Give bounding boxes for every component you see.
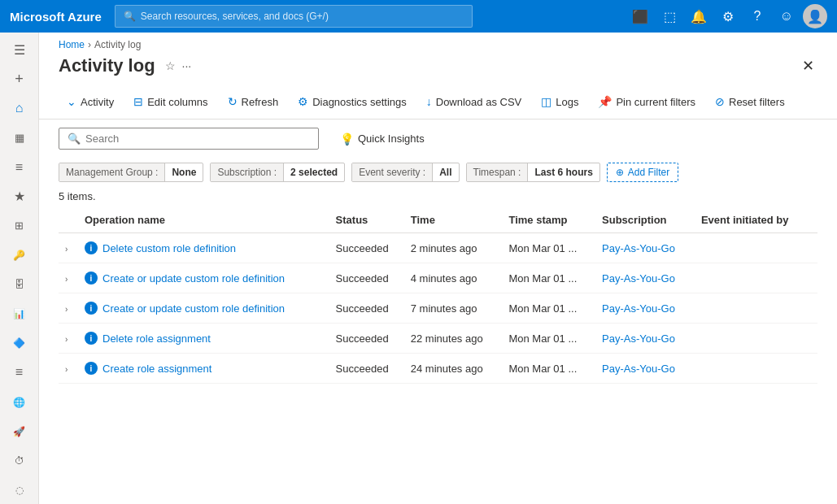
sidebar-item-deploy[interactable]: 🚀 <box>3 418 36 445</box>
row-initiated-by <box>701 354 817 384</box>
sidebar-item-misc[interactable]: ◌ <box>3 476 36 504</box>
edit-columns-button[interactable]: ⊟ Edit columns <box>125 91 216 112</box>
sidebar-item-subscriptions[interactable]: 🔑 <box>3 241 36 269</box>
operation-link[interactable]: Create or update custom role definition <box>102 302 285 315</box>
brand-label: Microsoft Azure <box>10 10 102 24</box>
table-row: › i Create role assignment Succeeded 24 … <box>59 354 817 384</box>
global-search-placeholder: Search resources, services, and docs (G+… <box>141 11 329 22</box>
breadcrumb-current: Activity log <box>94 39 141 50</box>
notifications-icon[interactable]: 🔔 <box>686 3 712 29</box>
clock-icon: ⏱ <box>15 455 24 467</box>
sidebar-item-clock[interactable]: ⏱ <box>3 447 36 475</box>
row-time: 7 minutes ago <box>411 293 509 324</box>
diagnostics-button[interactable]: ⚙ Diagnostics settings <box>290 91 415 112</box>
col-timestamp: Time stamp <box>508 207 602 233</box>
pin-filters-button[interactable]: 📌 Pin current filters <box>590 91 704 112</box>
directory-icon[interactable]: ⬚ <box>656 3 682 29</box>
row-expand-cell[interactable]: › <box>59 354 85 384</box>
sidebar-item-list[interactable]: ≡ <box>3 358 36 386</box>
main-content: Home › Activity log Activity log ☆ ··· ✕… <box>39 33 837 504</box>
activity-button[interactable]: ⌄ Activity <box>59 91 122 112</box>
row-initiated-by <box>701 293 817 324</box>
info-icon: i <box>85 272 98 285</box>
row-timestamp: Mon Mar 01 ... <box>508 263 602 293</box>
row-operation-name: i Create or update custom role definitio… <box>85 263 336 293</box>
filter-management-group[interactable]: Management Group : None <box>59 163 203 182</box>
row-operation-name: i Delete role assignment <box>85 324 336 354</box>
row-subscription[interactable]: Pay-As-You-Go <box>602 324 701 354</box>
quick-insights-label: Quick Insights <box>358 133 425 145</box>
search-icon: 🔍 <box>68 133 81 145</box>
user-avatar[interactable]: 👤 <box>803 4 827 28</box>
sidebar-item-monitor[interactable]: 📊 <box>3 300 36 328</box>
grid-icon: ⊞ <box>15 219 24 232</box>
allservices-icon: ≡ <box>15 160 23 175</box>
pin-icon[interactable]: ☆ <box>165 59 176 72</box>
diagnostics-icon: ⚙ <box>298 95 308 108</box>
sidebar-item-create[interactable]: + <box>3 65 36 93</box>
operation-link[interactable]: Delete custom role definition <box>102 242 236 254</box>
sidebar-item-network[interactable]: 🌐 <box>3 389 36 416</box>
filter-timespan[interactable]: Timespan : Last 6 hours <box>466 163 600 182</box>
breadcrumb-home[interactable]: Home <box>59 39 85 50</box>
sidebar-expand[interactable]: ☰ <box>3 36 36 63</box>
filter-management-group-label: Management Group : <box>59 163 165 181</box>
settings-icon[interactable]: ⚙ <box>715 3 741 29</box>
row-expand-icon[interactable]: › <box>65 275 72 284</box>
row-subscription[interactable]: Pay-As-You-Go <box>602 263 701 293</box>
help-icon[interactable]: ? <box>744 3 770 29</box>
cloud-shell-icon[interactable]: ⬛ <box>627 3 653 29</box>
row-expand-icon[interactable]: › <box>65 245 72 254</box>
row-expand-cell[interactable]: › <box>59 324 85 354</box>
quick-insights-button[interactable]: 💡 Quick Insights <box>332 128 433 150</box>
row-expand-cell[interactable]: › <box>59 233 85 263</box>
search-input[interactable] <box>85 133 310 145</box>
row-subscription[interactable]: Pay-As-You-Go <box>602 293 701 324</box>
operation-link[interactable]: Create or update custom role definition <box>102 272 285 285</box>
info-icon: i <box>85 362 98 375</box>
row-expand-cell[interactable]: › <box>59 293 85 324</box>
policy-icon: 🔷 <box>13 337 25 349</box>
operation-link[interactable]: Delete role assignment <box>102 332 211 345</box>
monitor-icon: 📊 <box>13 308 25 319</box>
row-expand-cell[interactable]: › <box>59 263 85 293</box>
search-input-wrap[interactable]: 🔍 <box>59 128 319 150</box>
refresh-button[interactable]: ↻ Refresh <box>220 91 287 112</box>
filter-subscription[interactable]: Subscription : 2 selected <box>210 163 345 182</box>
operation-link[interactable]: Create role assignment <box>102 363 211 375</box>
add-filter-button[interactable]: ⊕ Add Filter <box>607 163 678 182</box>
filter-event-severity[interactable]: Event severity : All <box>351 163 459 182</box>
row-status: Succeeded <box>336 293 411 324</box>
feedback-icon[interactable]: ☺ <box>774 3 800 29</box>
col-event-initiated-by: Event initiated by <box>701 207 817 233</box>
table-row: › i Delete role assignment Succeeded 22 … <box>59 324 817 354</box>
row-expand-icon[interactable]: › <box>65 335 72 344</box>
reset-filters-button[interactable]: ⊘ Reset filters <box>707 91 793 112</box>
search-icon: 🔍 <box>124 11 136 22</box>
row-subscription[interactable]: Pay-As-You-Go <box>602 354 701 384</box>
sidebar-item-home[interactable]: ⌂ <box>3 94 36 122</box>
star-icon: ★ <box>14 189 25 204</box>
download-csv-button[interactable]: ↓ Download as CSV <box>418 91 530 112</box>
sidebar-item-policy[interactable]: 🔷 <box>3 329 36 357</box>
toolbar: ⌄ Activity ⊟ Edit columns ↻ Refresh ⚙ Di… <box>39 85 837 119</box>
row-subscription[interactable]: Pay-As-You-Go <box>602 233 701 263</box>
logs-button[interactable]: ◫ Logs <box>533 91 586 112</box>
sidebar-item-sql[interactable]: 🗄 <box>3 271 36 298</box>
global-search[interactable]: 🔍 Search resources, services, and docs (… <box>115 5 473 28</box>
sidebar-item-dashboard[interactable]: ▦ <box>3 124 36 151</box>
row-timestamp: Mon Mar 01 ... <box>508 233 602 263</box>
breadcrumb: Home › Activity log <box>39 33 837 54</box>
row-expand-icon[interactable]: › <box>65 365 72 374</box>
sidebar-item-resources[interactable]: ⊞ <box>3 212 36 240</box>
reset-icon: ⊘ <box>715 95 725 108</box>
sidebar-item-allservices[interactable]: ≡ <box>3 154 36 181</box>
logs-label: Logs <box>556 96 578 108</box>
close-button[interactable]: ✕ <box>799 54 817 78</box>
sidebar-item-favorites[interactable]: ★ <box>3 183 36 211</box>
columns-icon: ⊟ <box>133 95 143 108</box>
row-time: 24 minutes ago <box>411 354 509 384</box>
pin-icon: 📌 <box>598 95 612 108</box>
row-expand-icon[interactable]: › <box>65 305 72 314</box>
more-options-icon[interactable]: ··· <box>182 59 192 72</box>
